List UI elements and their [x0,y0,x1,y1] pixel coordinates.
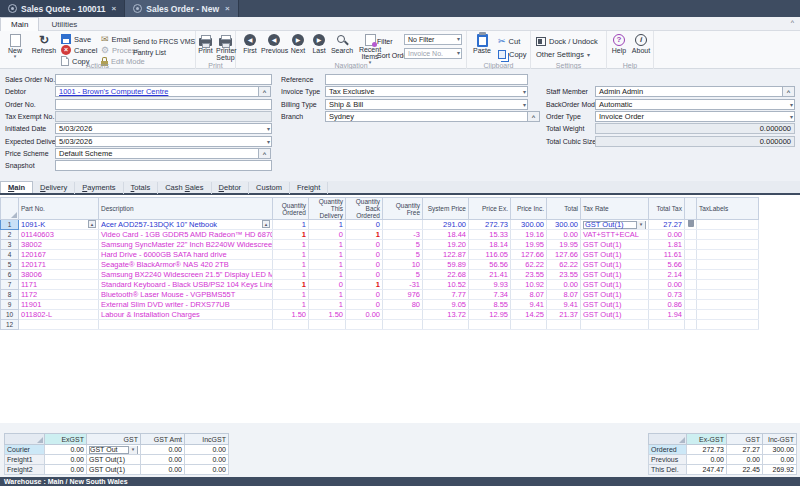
freight-row-label[interactable]: Freight2 [5,465,45,475]
grid-cell-total[interactable]: 23.55 [547,270,581,280]
grid-cell-system_price[interactable]: 18.44 [423,230,469,240]
sort-order-select[interactable]: Invoice No. ▾ [404,48,462,59]
grid-cell-del[interactable] [685,320,697,330]
totals-cell[interactable]: 27.27 [727,445,763,455]
grid-cell-part[interactable]: 1171 [19,280,99,290]
clipboard-copy-button[interactable]: Copy [498,49,527,59]
freight-tax-cell[interactable]: GST Out▾ [87,445,141,455]
grid-cell-tax_labels[interactable] [697,250,759,260]
grid-cell-price_ex[interactable] [469,320,511,330]
grid-cell-qty_back[interactable]: 0 [346,300,383,310]
backorder-mode-select[interactable]: Automatic ▾ [595,99,795,110]
grid-cell-tax_labels[interactable] [697,300,759,310]
grid-cell-qty_ordered[interactable]: 1.50 [273,310,309,320]
freight-row[interactable]: Freight20.00GST Out(1)0.000.00 [5,465,229,475]
grid-cell-price_inc[interactable]: 8.07 [511,290,547,300]
grid-cell-tax_labels[interactable] [697,310,759,320]
tax-rate-dropdown[interactable]: GST Out▾ [89,446,138,454]
totals-row[interactable]: Ordered272.7327.27300.00 [649,445,797,455]
price-scheme-expand-button[interactable]: ^ [259,148,271,159]
grid-header-total[interactable]: Total [547,198,581,220]
grid-header-tax_rate[interactable]: Tax Rate [581,198,649,220]
grid-cell-system_price[interactable]: 7.77 [423,290,469,300]
grid-cell-qty_back[interactable]: 1 [346,280,383,290]
grid-cell-qty_this[interactable]: 1 [309,220,346,230]
save-button[interactable]: Save [61,34,91,44]
freight-header[interactable]: GST [87,434,141,445]
tab-sales-order[interactable]: Sales Order - New × [125,0,238,17]
debtor-field[interactable]: 1001 - Brown's Computer Centre [55,86,259,97]
row-number[interactable]: 2 [1,230,19,240]
grid-cell-qty_back[interactable]: 0.00 [346,310,383,320]
branch-field[interactable]: Sydney [325,111,528,122]
grid-cell-tax_labels[interactable] [697,260,759,270]
new-button[interactable]: New ▾ [2,33,28,58]
grid-cell-qty_this[interactable]: 1 [309,290,346,300]
grid-cell-qty_free[interactable] [383,310,423,320]
chevron-down-icon[interactable]: ▾ [523,101,526,110]
grid-cell-part[interactable] [19,320,99,330]
grid-cell-qty_back[interactable]: 0 [346,220,383,230]
freight-cell[interactable]: 0.00 [141,445,185,455]
grid-cell-part[interactable]: 38002 [19,240,99,250]
freight-header[interactable]: ExGST [45,434,87,445]
sales-order-no-input[interactable] [55,74,272,85]
price-scheme-field[interactable]: Default Scheme [55,148,259,159]
grid-cell-total_tax[interactable]: 0.00 [649,280,685,290]
grid-cell-total[interactable]: 9.41 [547,300,581,310]
grid-cell-qty_free[interactable]: 5 [383,250,423,260]
grid-cell-total_tax[interactable]: 0.86 [649,300,685,310]
detail-tab-custom[interactable]: Custom [249,182,290,194]
freight-header[interactable]: IncGST [185,434,229,445]
grid-header-qty_ordered[interactable]: QuantityOrdered [273,198,309,220]
grid-header-qty_back[interactable]: Quantity BackOrdered [346,198,383,220]
grid-row[interactable]: 1▴1091-K▴Acer AOD257-13DQK 10" Netbook11… [1,220,759,230]
grid-cell-price_inc[interactable]: 23.55 [511,270,547,280]
row-number[interactable]: 1 [1,220,19,230]
grid-cell-system_price[interactable]: 22.68 [423,270,469,280]
close-tab-icon[interactable]: × [112,4,117,13]
grid-cell-price_inc[interactable]: 10.92 [511,280,547,290]
freight-row[interactable]: Courier0.00GST Out▾0.000.00 [5,445,229,455]
grid-cell-total[interactable]: 0.00 [547,280,581,290]
grid-cell-total_tax[interactable]: 11.61 [649,250,685,260]
new-dropdown-icon[interactable]: ▾ [2,54,28,58]
grid-cell-qty_back[interactable]: 0 [346,240,383,250]
grid-cell-system_price[interactable]: 19.20 [423,240,469,250]
other-settings-button[interactable]: Other Settings ▾ [536,49,590,59]
grid-cell-qty_free[interactable] [383,220,423,230]
totals-cell[interactable]: 0.00 [727,455,763,465]
chevron-down-icon[interactable]: ▾ [790,101,793,110]
grid-cell-del[interactable] [685,230,697,240]
help-button[interactable]: ? Help [609,33,629,54]
grid-header-system_price[interactable]: System Price [423,198,469,220]
grid-cell-desc[interactable] [99,320,273,330]
row-number[interactable]: 10 [1,310,19,320]
grid-cell-qty_this[interactable]: 0 [309,230,346,240]
send-to-frcs-vms-button[interactable]: Send to FRCS VMS [133,36,195,46]
detail-tab-delivery[interactable]: Delivery [33,182,75,194]
grid-cell-tax_rate[interactable]: GST Out(1) [581,270,649,280]
grid-row[interactable]: 4120167Hard Drive - 6000GB SATA hard dri… [1,250,759,260]
grid-cell-desc[interactable]: Hard Drive - 6000GB SATA hard drive [99,250,273,260]
grid-cell-tax_labels[interactable] [697,280,759,290]
grid-cell-total[interactable] [547,320,581,330]
grid-row[interactable]: 338002Samsung SyncMaster 22" Inch B2240W… [1,240,759,250]
grid-cell-del[interactable] [685,260,697,270]
grid-cell-price_ex[interactable]: 9.93 [469,280,511,290]
grid-cell-total_tax[interactable]: 2.14 [649,270,685,280]
branch-expand-button[interactable]: ^ [528,111,540,122]
detail-tab-freight[interactable]: Freight [290,182,328,194]
grid-row[interactable]: 201140603Video Card - 1GB GDDR5 AMD Rade… [1,230,759,240]
grid-cell-total_tax[interactable]: 5.66 [649,260,685,270]
grid-header-row[interactable] [1,198,19,220]
grid-cell-tax_rate[interactable]: GST Out(1) [581,250,649,260]
grid-cell-tax_labels[interactable] [697,230,759,240]
reference-input[interactable] [325,74,528,85]
grid-cell-part[interactable]: 38006 [19,270,99,280]
grid-cell-qty_ordered[interactable]: 1 [273,260,309,270]
grid-cell-price_inc[interactable]: 9.41 [511,300,547,310]
print-button[interactable]: Print [197,33,214,54]
row-number[interactable]: 12 [1,320,19,330]
grid-header-desc[interactable]: Description [99,198,273,220]
